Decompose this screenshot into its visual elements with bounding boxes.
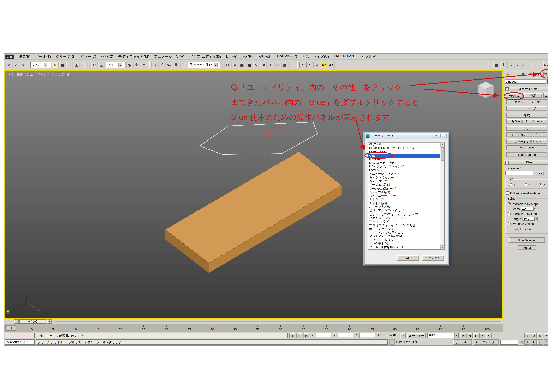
utility-list-item[interactable]: パノラマ書き出し bbox=[368, 205, 440, 209]
previous-frame-button[interactable]: ◀ bbox=[467, 333, 473, 338]
utility-list-item[interactable]: ストローク bbox=[368, 198, 440, 202]
spinner-up-icon[interactable]: ▴ bbox=[535, 217, 538, 219]
utility-button[interactable]: MAXScript bbox=[506, 146, 548, 150]
utility-sets-button[interactable]: 設定 bbox=[524, 93, 542, 98]
hierarchy-tab-icon[interactable]: ▤ bbox=[520, 72, 526, 77]
menu-item[interactable]: 作成(C) bbox=[99, 54, 116, 59]
time-slider-handle[interactable]: 0 / 100 bbox=[19, 319, 46, 324]
utility-list-item[interactable]: Glue bbox=[368, 154, 440, 158]
utility-button[interactable]: モーション キャプチャ bbox=[506, 132, 548, 137]
align-icon[interactable]: ≡ bbox=[231, 62, 238, 68]
menu-item[interactable]: アニメーション(A) bbox=[152, 54, 187, 59]
utility-button[interactable]: 集約 bbox=[506, 112, 548, 118]
menu-item[interactable]: グラフ エディタ(D) bbox=[187, 54, 223, 59]
key-icon[interactable]: ⊸ bbox=[400, 333, 406, 338]
select-object-icon[interactable]: ↖ bbox=[52, 62, 58, 68]
steps-field[interactable] bbox=[521, 207, 533, 211]
spinner-up-icon[interactable]: ▴ bbox=[533, 207, 536, 209]
snap-settings-icon[interactable]: ✛ bbox=[536, 62, 542, 68]
object-name-field[interactable] bbox=[505, 79, 547, 84]
display-tab-icon[interactable]: ▣ bbox=[535, 72, 541, 77]
set-key-button[interactable]: セットキー bbox=[453, 339, 472, 345]
utility-button[interactable]: 計測 bbox=[506, 126, 548, 131]
cancel-button[interactable]: キャンセル bbox=[422, 255, 444, 260]
next-frame-button[interactable]: ▶ bbox=[479, 333, 485, 338]
help-button[interactable]: ? bbox=[433, 134, 439, 138]
absolute-offset-mode-icon[interactable]: ⊞ bbox=[304, 333, 309, 338]
menu-item[interactable]: ツール(T) bbox=[33, 54, 53, 59]
expand-button[interactable]: ▶ bbox=[5, 308, 10, 314]
modify-tab-icon[interactable]: ∩ bbox=[512, 72, 518, 77]
go-to-end-button[interactable]: ▶| bbox=[486, 333, 492, 338]
select-and-move-icon[interactable]: ✛ bbox=[84, 62, 91, 68]
close-button[interactable]: × bbox=[441, 134, 447, 138]
chevron-down-icon[interactable]: ▾ bbox=[214, 63, 217, 67]
track-bar[interactable]: ⊞ 05101520253035404550556065707580859095… bbox=[4, 324, 503, 332]
zoom-extents-icon[interactable]: ⊡ bbox=[537, 333, 543, 338]
macro-recorder-field[interactable] bbox=[5, 333, 35, 338]
glue-rollout-header[interactable]: − Glue bbox=[504, 160, 548, 165]
utility-list-item[interactable]: ビットマップ/フォトメトリック パス bbox=[368, 213, 440, 217]
interpolate-by-length-radio[interactable]: Interpolate by length bbox=[508, 212, 546, 216]
about-button[interactable]: About bbox=[518, 245, 536, 250]
utility-list-item[interactable]: アニメーション ストア bbox=[368, 172, 440, 176]
spinner-down-icon[interactable]: ▾ bbox=[533, 209, 536, 211]
utility-button[interactable]: カラー クリップボード bbox=[506, 119, 548, 124]
menu-item[interactable]: ヘルプ(H) bbox=[358, 54, 379, 59]
select-by-name-icon[interactable]: ▤ bbox=[59, 62, 66, 68]
utility-list-item[interactable]: プロ オプティマイザー バッチ処理 bbox=[368, 224, 440, 227]
rectangular-selection-region-icon[interactable]: ▭ bbox=[66, 62, 73, 68]
select-and-manipulate-icon[interactable]: ✜ bbox=[133, 62, 140, 68]
utility-list-item[interactable]: マルチマテリアルを整理 bbox=[368, 235, 440, 238]
axis-radio[interactable]: Y bbox=[524, 183, 530, 187]
utility-list-item[interactable]: CityTraffic2 bbox=[368, 143, 440, 147]
menu-item[interactable]: MAXScript(X) bbox=[331, 54, 358, 59]
collapse-icon[interactable]: − bbox=[505, 161, 509, 164]
angle-snap-icon[interactable]: ∠ bbox=[158, 62, 165, 68]
snap-toggle-3d-icon[interactable]: 3 bbox=[151, 62, 158, 68]
follow-normal-checkbox[interactable]: Follow normal surface bbox=[506, 191, 548, 195]
create-tab-icon[interactable]: ✛ bbox=[505, 72, 511, 77]
preserve-vertices-radio[interactable]: Preserve vertices bbox=[508, 222, 546, 225]
length-field[interactable] bbox=[523, 217, 535, 221]
glue-selected-button[interactable]: Glue Selected bbox=[509, 237, 545, 243]
box-object[interactable] bbox=[165, 152, 342, 273]
utility-list-item[interactable]: シーンの効果ローダ bbox=[368, 187, 440, 191]
graphite-ribbon-icon[interactable]: ▦ bbox=[246, 62, 253, 68]
utility-list-item[interactable]: カメラ トラッカー bbox=[368, 176, 440, 180]
menu-item[interactable]: Civil View(V) bbox=[274, 54, 299, 59]
utility-list-item[interactable]: サーフェス近似 bbox=[368, 183, 440, 187]
scroll-thumb[interactable] bbox=[441, 147, 444, 161]
snap-to-vertex-icon[interactable]: ∴ bbox=[507, 62, 514, 68]
selection-set-combo[interactable]: 選択▾ bbox=[427, 333, 459, 338]
menu-item[interactable]: モディファイヤ(M) bbox=[116, 54, 152, 59]
snap-to-pivot-icon[interactable]: ✛ bbox=[500, 62, 507, 68]
utility-list-item[interactable]: IFL マネージャ bbox=[368, 158, 440, 161]
y-coordinate-field[interactable] bbox=[338, 333, 353, 338]
snap-to-grid-icon[interactable]: ⊞ bbox=[529, 62, 535, 68]
viewport-label[interactable]: [+] [正投影] [シェーディング + エッジ面] bbox=[7, 72, 69, 77]
utility-list-item[interactable]: カメラ マッチ bbox=[368, 180, 440, 183]
time-tag-icon[interactable]: ◔ bbox=[389, 339, 395, 345]
utility-button[interactable]: Flight Studio (c) bbox=[506, 152, 548, 157]
utility-list-item[interactable]: UVW 除去 bbox=[368, 168, 440, 172]
utility-list-item[interactable]: マテリアル XML 書き出し bbox=[368, 231, 440, 235]
utility-list-item[interactable]: リソース コレクター bbox=[368, 238, 440, 242]
snaps-toolbar-icon[interactable]: ▦ bbox=[493, 62, 500, 68]
utility-list-item[interactable]: ビジュアル MAX スクリプト bbox=[368, 209, 440, 213]
play-button[interactable]: ▶ bbox=[473, 333, 479, 338]
utility-button[interactable]: アセット ブラウザ bbox=[506, 99, 548, 104]
menu-item[interactable]: 編集(E) bbox=[16, 54, 33, 59]
unlink-selection-icon[interactable]: ⊘ bbox=[13, 62, 19, 68]
window-crossing-toggle-icon[interactable]: ▣ bbox=[73, 62, 80, 68]
chevron-down-icon[interactable]: ▾ bbox=[43, 63, 47, 67]
utility-list-item[interactable]: チャネル情報 bbox=[368, 202, 440, 205]
utility-list-item[interactable]: MAC ユーティリティ bbox=[368, 161, 440, 165]
menu-item[interactable]: 照明分析 bbox=[255, 54, 274, 59]
utility-list-item[interactable]: ファイル リンク マネージャ bbox=[368, 216, 440, 220]
current-frame-field[interactable] bbox=[500, 340, 518, 345]
time-step-forward-button[interactable]: > bbox=[47, 319, 52, 324]
axis-constraint-button[interactable]: XY bbox=[321, 62, 327, 68]
ok-button[interactable]: OK bbox=[397, 255, 419, 260]
axis-radio[interactable]: Z bbox=[539, 183, 545, 187]
